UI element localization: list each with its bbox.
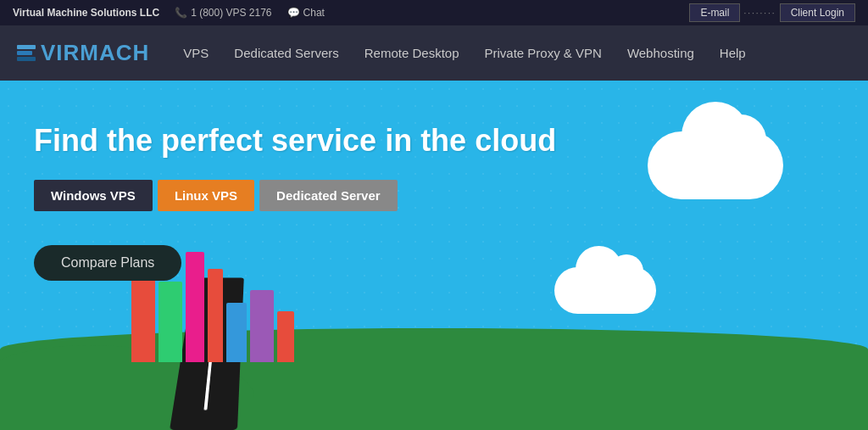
windows-vps-button[interactable]: Windows VPS: [34, 180, 153, 211]
nav-vps[interactable]: VPS: [183, 46, 209, 60]
building-4: [208, 269, 223, 362]
building-7: [277, 311, 294, 362]
top-bar: Virtual Machine Solutions LLC 📞 1 (800) …: [0, 0, 868, 25]
top-bar-left: Virtual Machine Solutions LLC 📞 1 (800) …: [13, 7, 325, 19]
logo-bar-3: [17, 57, 36, 61]
hero-buttons: Windows VPS Linux VPS Dedicated Server: [34, 180, 834, 211]
nav-bar: VIRMACH VPS Dedicated Servers Remote Des…: [0, 25, 868, 81]
logo-bar-2: [17, 51, 32, 55]
hero-content: Find the perfect service in the cloud Wi…: [0, 81, 868, 281]
phone-icon: 📞: [175, 7, 187, 19]
nav-help[interactable]: Help: [720, 46, 746, 60]
chat-icon: 💬: [287, 7, 300, 19]
building-1: [131, 277, 155, 362]
separator-dots: ········: [743, 8, 776, 18]
logo-text: VIRMACH: [41, 40, 149, 66]
phone-info: 📞 1 (800) VPS 2176: [175, 7, 271, 19]
top-bar-right: E-mail ········ Client Login: [689, 3, 855, 22]
nav-links: VPS Dedicated Servers Remote Desktop Pri…: [183, 46, 851, 60]
nav-dedicated-servers[interactable]: Dedicated Servers: [234, 46, 338, 60]
chat-label: Chat: [303, 7, 325, 19]
dedicated-server-button[interactable]: Dedicated Server: [259, 180, 398, 211]
hero-section: Find the perfect service in the cloud Wi…: [0, 81, 868, 430]
chat-info[interactable]: 💬 Chat: [287, 7, 325, 19]
nav-private-proxy[interactable]: Private Proxy & VPN: [484, 46, 601, 60]
company-name: Virtual Machine Solutions LLC: [13, 7, 159, 19]
nav-webhosting[interactable]: Webhosting: [627, 46, 694, 60]
nav-remote-desktop[interactable]: Remote Desktop: [364, 46, 459, 60]
logo[interactable]: VIRMACH: [17, 40, 149, 66]
logo-bar-1: [17, 45, 36, 49]
linux-vps-button[interactable]: Linux VPS: [158, 180, 254, 211]
building-6: [159, 282, 182, 362]
client-login-button[interactable]: Client Login: [780, 3, 855, 22]
email-button[interactable]: E-mail: [689, 3, 740, 22]
compare-plans-button[interactable]: Compare Plans: [34, 245, 181, 281]
building-5: [226, 303, 247, 362]
building-3: [250, 290, 274, 362]
logo-icon: [17, 45, 36, 61]
phone-number: 1 (800) VPS 2176: [191, 7, 271, 19]
hero-title: Find the perfect service in the cloud: [34, 123, 834, 159]
